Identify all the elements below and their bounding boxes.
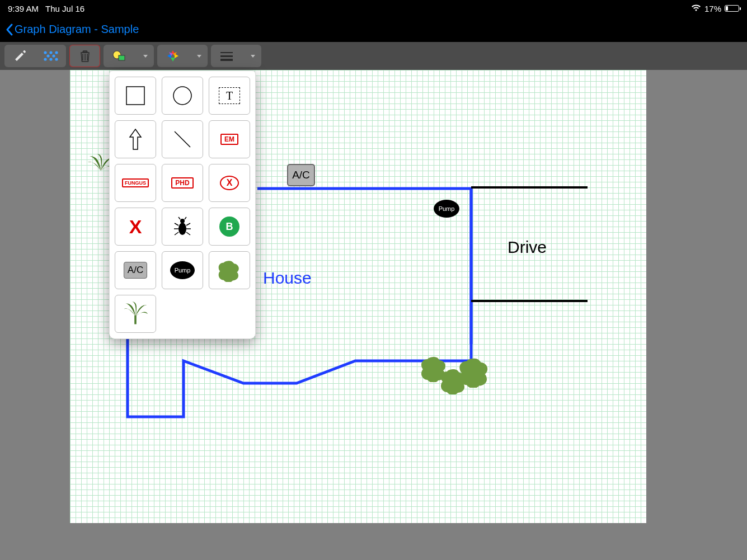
svg-point-4 xyxy=(49,58,52,60)
shape-pump[interactable]: Pump xyxy=(162,251,203,289)
canvas-ac-unit[interactable]: A/C xyxy=(287,164,315,186)
shape-palette-popup: T EM FUNGUS PHD X X B A/C Pump xyxy=(109,70,256,339)
drive-label[interactable]: Drive xyxy=(508,238,547,257)
shape-b-label: B xyxy=(219,217,239,237)
canvas-pump[interactable]: Pump xyxy=(434,200,459,218)
svg-rect-12 xyxy=(220,59,233,61)
bush-icon xyxy=(217,258,242,282)
nav-header: Graph Diagram - Sample xyxy=(0,17,747,42)
svg-rect-9 xyxy=(119,55,125,60)
svg-rect-14 xyxy=(126,87,144,105)
lineweight-dropdown-button[interactable] xyxy=(211,45,242,67)
house-label[interactable]: House xyxy=(263,269,312,288)
battery-icon xyxy=(725,5,739,12)
shapes-dropdown-button[interactable] xyxy=(104,45,134,67)
shape-square[interactable] xyxy=(115,77,156,115)
svg-rect-10 xyxy=(220,52,233,53)
svg-point-2 xyxy=(55,51,58,54)
shape-circle[interactable] xyxy=(162,77,203,115)
shape-line[interactable] xyxy=(162,120,203,158)
ac-label: A/C xyxy=(292,169,310,181)
lineweight-icon xyxy=(220,51,233,61)
color-dropdown-caret[interactable] xyxy=(188,45,208,67)
caret-down-icon xyxy=(143,55,148,58)
shape-palm[interactable] xyxy=(115,295,156,333)
shapes-icon xyxy=(112,50,126,62)
trash-button[interactable] xyxy=(69,45,100,67)
shape-bigx-label: X xyxy=(129,216,142,238)
svg-point-18 xyxy=(180,219,185,223)
trash-icon xyxy=(79,49,91,63)
back-label: Graph Diagram - Sample xyxy=(15,23,139,36)
toolbar xyxy=(0,42,747,70)
pump-label: Pump xyxy=(439,205,455,212)
shape-fungus-label: FUNGUS xyxy=(122,178,149,187)
shape-em-label: EM xyxy=(220,134,238,145)
shape-arrow[interactable] xyxy=(115,120,156,158)
shape-phd[interactable]: PHD xyxy=(162,164,203,202)
chevron-left-icon xyxy=(6,23,13,36)
svg-point-17 xyxy=(178,223,186,235)
shape-oval-x[interactable]: X xyxy=(209,164,250,202)
canvas-bush-3[interactable] xyxy=(458,355,491,388)
wifi-icon xyxy=(691,4,701,13)
shape-text[interactable]: T xyxy=(209,77,250,115)
svg-rect-19 xyxy=(134,316,137,324)
caret-down-icon xyxy=(197,55,201,58)
shape-bush[interactable] xyxy=(209,251,250,289)
shape-ac-label: A/C xyxy=(124,262,147,279)
status-date: Thu Jul 16 xyxy=(45,4,84,13)
svg-rect-11 xyxy=(220,55,233,57)
palm-icon xyxy=(123,302,148,326)
shape-phd-label: PHD xyxy=(171,177,193,189)
shape-b-circle[interactable]: B xyxy=(209,208,250,246)
shape-ovalx-label: X xyxy=(220,176,239,190)
shape-bug[interactable] xyxy=(162,208,203,246)
grid-tool-button[interactable] xyxy=(35,45,66,67)
status-time: 9:39 AM xyxy=(8,4,39,13)
shape-fungus[interactable]: FUNGUS xyxy=(115,164,156,202)
svg-point-6 xyxy=(46,54,49,57)
battery-percent: 17% xyxy=(704,4,721,13)
svg-point-0 xyxy=(44,51,46,54)
color-wheel-icon xyxy=(167,50,179,62)
shape-ac[interactable]: A/C xyxy=(115,251,156,289)
shape-big-x[interactable]: X xyxy=(115,208,156,246)
color-dropdown-button[interactable] xyxy=(157,45,188,67)
status-bar: 9:39 AM Thu Jul 16 17% xyxy=(0,0,747,17)
bug-icon xyxy=(173,217,191,237)
svg-point-15 xyxy=(173,87,191,105)
shapes-dropdown-caret[interactable] xyxy=(134,45,154,67)
svg-point-5 xyxy=(55,58,58,60)
svg-point-7 xyxy=(52,54,55,57)
svg-point-3 xyxy=(44,58,46,60)
back-button[interactable]: Graph Diagram - Sample xyxy=(6,23,139,36)
caret-down-icon xyxy=(251,55,255,58)
lineweight-dropdown-caret[interactable] xyxy=(242,45,261,67)
svg-line-16 xyxy=(175,131,190,147)
pencil-icon xyxy=(13,49,27,63)
shape-em[interactable]: EM xyxy=(209,120,250,158)
pencil-tool-button[interactable] xyxy=(4,45,35,67)
svg-point-1 xyxy=(49,51,52,54)
shape-text-label: T xyxy=(219,87,240,104)
shape-pump-label: Pump xyxy=(170,261,195,279)
grid-dots-icon xyxy=(43,50,59,62)
